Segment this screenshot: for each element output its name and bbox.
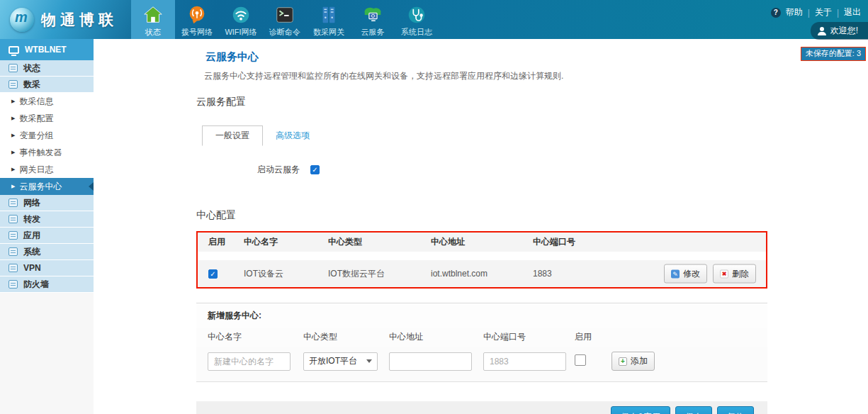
enable-cloud-row: 启动云服务 — [257, 164, 767, 176]
add-plus-icon: + — [619, 357, 627, 366]
sidebar-item-system[interactable]: 系统 — [0, 244, 94, 260]
nav-item-wifi-network[interactable]: WIFI网络 — [219, 0, 263, 39]
caret-right-icon: ▶ — [11, 99, 15, 104]
sidebar-subitem-cloud-service-center[interactable]: ▶ 云服务中心 — [0, 178, 94, 195]
section-center-config: 中心配置 — [196, 209, 767, 222]
reset-button[interactable]: 复位 — [717, 406, 754, 414]
add-section-labels: 中心名字 中心类型 中心地址 中心端口号 启用 — [196, 328, 767, 347]
nav-item-cloud-service[interactable]: 云服务 — [351, 0, 395, 39]
topbar: 物通博联 状态 拨号网络 WIFI网络 诊断命令 — [0, 0, 868, 39]
sidebar-item-label: 应用 — [23, 230, 40, 242]
nav-item-dial-network[interactable]: 拨号网络 — [175, 0, 219, 39]
sidebar-item-label: 转发 — [23, 213, 40, 225]
col-center-type: 中心类型 — [328, 236, 431, 248]
cell-center-name: IOT设备云 — [244, 268, 328, 280]
sidebar-item-data-collection[interactable]: 数采 — [0, 77, 94, 93]
gateway-icon — [318, 3, 339, 27]
welcome-text: 欢迎您! — [830, 25, 858, 37]
label-center-name: 中心名字 — [208, 331, 303, 343]
col-enable: 启用 — [208, 236, 244, 248]
sidebar-item-forwarding[interactable]: 转发 — [0, 211, 94, 228]
delete-button[interactable]: ✖ 删除 — [713, 264, 756, 284]
nav-item-label: 系统日志 — [401, 27, 432, 37]
edit-button[interactable]: ✎ 修改 — [664, 264, 707, 284]
sidebar-item-label: 数采配置 — [19, 113, 53, 125]
wifi-icon — [230, 3, 252, 27]
center-config-table: 启用 中心名字 中心类型 中心地址 中心端口号 IOT设备云 IOT数据云平台 … — [196, 231, 767, 289]
center-name-input[interactable] — [208, 352, 291, 371]
sidebar-item-application[interactable]: 应用 — [0, 228, 94, 244]
nav-item-label: 云服务 — [361, 27, 385, 37]
edit-button-label: 修改 — [683, 268, 700, 280]
col-center-address: 中心地址 — [431, 236, 533, 248]
sidebar-header: WTBLNET — [0, 39, 94, 60]
nav-item-label: 数采网关 — [313, 27, 344, 37]
list-icon — [9, 264, 18, 272]
sidebar-item-firewall[interactable]: 防火墙 — [0, 276, 94, 293]
add-button[interactable]: + 添加 — [611, 352, 655, 371]
about-link[interactable]: 关于 — [815, 6, 832, 18]
tab-advanced-options[interactable]: 高级选项 — [263, 125, 322, 146]
tabbar: 一般设置 高级选项 — [202, 125, 767, 146]
sidebar-item-network[interactable]: 网络 — [0, 195, 94, 211]
enable-cloud-checkbox[interactable] — [310, 165, 320, 174]
list-icon — [9, 280, 18, 289]
page-description: 云服务中心支持远程管理和监控所有的在线网关和设备，支持远程部署应用程序和边缘计算… — [204, 70, 767, 82]
tab-general-settings[interactable]: 一般设置 — [202, 125, 263, 146]
sidebar-item-vpn[interactable]: VPN — [0, 260, 94, 276]
list-icon — [9, 247, 18, 256]
logout-link[interactable]: 退出 — [844, 6, 861, 18]
nav-item-data-gateway[interactable]: 数采网关 — [307, 0, 351, 39]
monitor-icon — [9, 46, 19, 54]
center-address-input[interactable] — [389, 352, 472, 371]
save-apply-button[interactable]: 保存&应用 — [611, 406, 670, 414]
cell-center-address: iot.wtblnet.com — [431, 269, 533, 279]
footer-actions: 保存&应用 保存 复位 — [196, 401, 767, 414]
logo-text: 物通博联 — [41, 10, 118, 30]
caret-right-icon: ▶ — [11, 150, 15, 155]
label-center-address: 中心地址 — [389, 331, 483, 343]
center-type-select[interactable]: 开放IOT平台 — [303, 352, 378, 371]
nav-item-status[interactable]: 状态 — [131, 0, 175, 39]
sidebar-item-label: 系统 — [23, 246, 40, 258]
caret-right-icon: ▶ — [11, 116, 15, 121]
sidebar-subitem-data-info[interactable]: ▶ 数采信息 — [0, 93, 94, 110]
separator: | — [837, 8, 839, 18]
terminal-icon — [274, 3, 295, 27]
table-gap — [198, 252, 766, 260]
list-icon — [9, 198, 18, 207]
list-icon — [9, 231, 18, 240]
save-button[interactable]: 保存 — [675, 406, 712, 414]
sidebar-item-status[interactable]: 状态 — [0, 60, 94, 77]
sidebar-subitem-variable-group[interactable]: ▶ 变量分组 — [0, 127, 94, 144]
sidebar-item-label: 数采 — [23, 79, 40, 91]
sidebar-subitem-data-config[interactable]: ▶ 数采配置 — [0, 110, 94, 127]
sidebar-item-label: 数采信息 — [19, 96, 53, 108]
add-button-label: 添加 — [631, 355, 648, 367]
add-center-section: 新增服务中心: 中心名字 中心类型 中心地址 中心端口号 启用 开放IOT平台 … — [196, 303, 767, 382]
list-icon — [9, 215, 18, 223]
help-link[interactable]: 帮助 — [786, 6, 803, 18]
edit-pencil-icon: ✎ — [671, 269, 680, 278]
cell-center-type: IOT数据云平台 — [328, 268, 431, 280]
label-enable: 启用 — [575, 331, 611, 343]
nav-item-label: WIFI网络 — [225, 27, 257, 37]
center-port-input[interactable] — [483, 352, 566, 371]
nav-item-label: 拨号网络 — [181, 27, 213, 37]
sidebar-item-label: 云服务中心 — [19, 181, 62, 193]
sidebar-item-label: 事件触发器 — [19, 147, 62, 159]
sidebar-item-label: VPN — [23, 263, 41, 273]
stethoscope-icon — [406, 3, 427, 27]
nav-item-system-log[interactable]: 系统日志 — [395, 0, 439, 39]
col-center-port: 中心端口号 — [533, 236, 689, 248]
sidebar-subitem-gateway-log[interactable]: ▶ 网关日志 — [0, 161, 94, 178]
user-icon — [818, 27, 826, 35]
sidebar-subitem-event-trigger[interactable]: ▶ 事件触发器 — [0, 144, 94, 161]
unsaved-config-badge[interactable]: 未保存的配置: 3 — [801, 47, 866, 61]
nav-item-diagnostic-command[interactable]: 诊断命令 — [263, 0, 307, 39]
new-center-enable-checkbox[interactable] — [575, 354, 586, 366]
sidebar-item-label: 防火墙 — [23, 279, 49, 291]
label-center-port: 中心端口号 — [483, 331, 575, 343]
sidebar-header-label: WTBLNET — [25, 45, 67, 55]
row-enable-checkbox[interactable] — [208, 269, 218, 279]
